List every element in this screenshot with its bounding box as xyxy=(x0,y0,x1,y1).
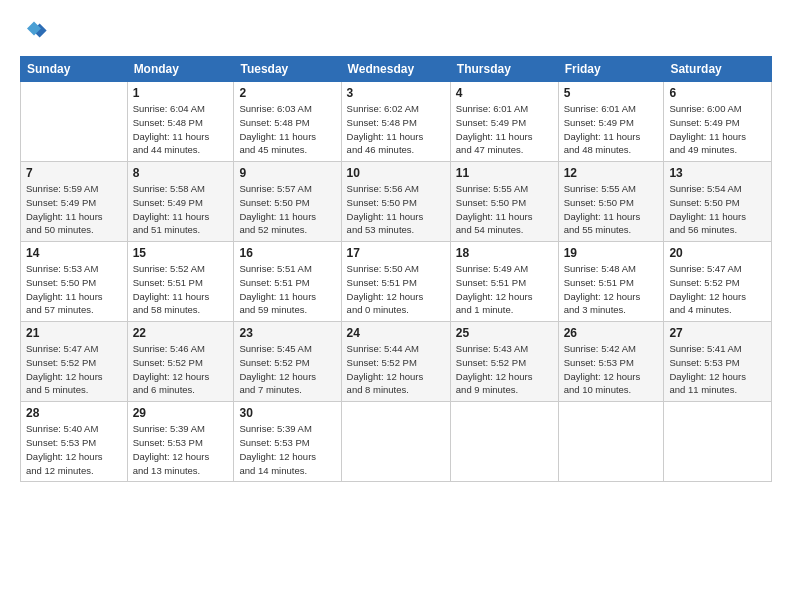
day-number: 4 xyxy=(456,86,553,100)
calendar-cell xyxy=(664,402,772,482)
calendar-week-5: 28Sunrise: 5:40 AMSunset: 5:53 PMDayligh… xyxy=(21,402,772,482)
day-number: 16 xyxy=(239,246,335,260)
day-number: 25 xyxy=(456,326,553,340)
day-info: Sunrise: 5:50 AMSunset: 5:51 PMDaylight:… xyxy=(347,262,445,317)
calendar-cell: 1Sunrise: 6:04 AMSunset: 5:48 PMDaylight… xyxy=(127,82,234,162)
calendar-cell xyxy=(450,402,558,482)
day-info: Sunrise: 5:53 AMSunset: 5:50 PMDaylight:… xyxy=(26,262,122,317)
day-number: 18 xyxy=(456,246,553,260)
calendar-cell: 10Sunrise: 5:56 AMSunset: 5:50 PMDayligh… xyxy=(341,162,450,242)
day-number: 22 xyxy=(133,326,229,340)
day-info: Sunrise: 5:39 AMSunset: 5:53 PMDaylight:… xyxy=(239,422,335,477)
day-info: Sunrise: 5:55 AMSunset: 5:50 PMDaylight:… xyxy=(564,182,659,237)
calendar-cell: 8Sunrise: 5:58 AMSunset: 5:49 PMDaylight… xyxy=(127,162,234,242)
day-info: Sunrise: 5:43 AMSunset: 5:52 PMDaylight:… xyxy=(456,342,553,397)
calendar-cell: 20Sunrise: 5:47 AMSunset: 5:52 PMDayligh… xyxy=(664,242,772,322)
calendar-cell: 13Sunrise: 5:54 AMSunset: 5:50 PMDayligh… xyxy=(664,162,772,242)
day-info: Sunrise: 5:48 AMSunset: 5:51 PMDaylight:… xyxy=(564,262,659,317)
calendar-cell: 23Sunrise: 5:45 AMSunset: 5:52 PMDayligh… xyxy=(234,322,341,402)
day-number: 26 xyxy=(564,326,659,340)
calendar-week-1: 1Sunrise: 6:04 AMSunset: 5:48 PMDaylight… xyxy=(21,82,772,162)
day-number: 28 xyxy=(26,406,122,420)
calendar-cell: 24Sunrise: 5:44 AMSunset: 5:52 PMDayligh… xyxy=(341,322,450,402)
day-info: Sunrise: 5:47 AMSunset: 5:52 PMDaylight:… xyxy=(26,342,122,397)
header xyxy=(20,18,772,46)
calendar-cell: 4Sunrise: 6:01 AMSunset: 5:49 PMDaylight… xyxy=(450,82,558,162)
day-info: Sunrise: 6:04 AMSunset: 5:48 PMDaylight:… xyxy=(133,102,229,157)
logo-icon xyxy=(20,18,48,46)
calendar-cell: 14Sunrise: 5:53 AMSunset: 5:50 PMDayligh… xyxy=(21,242,128,322)
day-number: 24 xyxy=(347,326,445,340)
day-info: Sunrise: 5:40 AMSunset: 5:53 PMDaylight:… xyxy=(26,422,122,477)
calendar-cell: 12Sunrise: 5:55 AMSunset: 5:50 PMDayligh… xyxy=(558,162,664,242)
calendar-cell: 25Sunrise: 5:43 AMSunset: 5:52 PMDayligh… xyxy=(450,322,558,402)
column-header-tuesday: Tuesday xyxy=(234,57,341,82)
day-info: Sunrise: 5:58 AMSunset: 5:49 PMDaylight:… xyxy=(133,182,229,237)
calendar-week-3: 14Sunrise: 5:53 AMSunset: 5:50 PMDayligh… xyxy=(21,242,772,322)
calendar-cell: 9Sunrise: 5:57 AMSunset: 5:50 PMDaylight… xyxy=(234,162,341,242)
day-info: Sunrise: 6:03 AMSunset: 5:48 PMDaylight:… xyxy=(239,102,335,157)
day-number: 20 xyxy=(669,246,766,260)
day-number: 30 xyxy=(239,406,335,420)
calendar-cell: 5Sunrise: 6:01 AMSunset: 5:49 PMDaylight… xyxy=(558,82,664,162)
day-number: 23 xyxy=(239,326,335,340)
day-info: Sunrise: 5:47 AMSunset: 5:52 PMDaylight:… xyxy=(669,262,766,317)
day-number: 12 xyxy=(564,166,659,180)
day-info: Sunrise: 6:01 AMSunset: 5:49 PMDaylight:… xyxy=(456,102,553,157)
column-header-friday: Friday xyxy=(558,57,664,82)
calendar-cell: 6Sunrise: 6:00 AMSunset: 5:49 PMDaylight… xyxy=(664,82,772,162)
day-number: 13 xyxy=(669,166,766,180)
day-number: 10 xyxy=(347,166,445,180)
calendar-cell: 30Sunrise: 5:39 AMSunset: 5:53 PMDayligh… xyxy=(234,402,341,482)
day-info: Sunrise: 5:59 AMSunset: 5:49 PMDaylight:… xyxy=(26,182,122,237)
calendar-cell: 26Sunrise: 5:42 AMSunset: 5:53 PMDayligh… xyxy=(558,322,664,402)
day-info: Sunrise: 6:02 AMSunset: 5:48 PMDaylight:… xyxy=(347,102,445,157)
day-number: 27 xyxy=(669,326,766,340)
calendar-cell xyxy=(341,402,450,482)
calendar-cell: 29Sunrise: 5:39 AMSunset: 5:53 PMDayligh… xyxy=(127,402,234,482)
day-info: Sunrise: 6:00 AMSunset: 5:49 PMDaylight:… xyxy=(669,102,766,157)
column-header-thursday: Thursday xyxy=(450,57,558,82)
day-number: 15 xyxy=(133,246,229,260)
calendar-cell: 21Sunrise: 5:47 AMSunset: 5:52 PMDayligh… xyxy=(21,322,128,402)
calendar-cell: 11Sunrise: 5:55 AMSunset: 5:50 PMDayligh… xyxy=(450,162,558,242)
calendar-week-2: 7Sunrise: 5:59 AMSunset: 5:49 PMDaylight… xyxy=(21,162,772,242)
day-number: 3 xyxy=(347,86,445,100)
calendar-cell xyxy=(21,82,128,162)
calendar-cell: 17Sunrise: 5:50 AMSunset: 5:51 PMDayligh… xyxy=(341,242,450,322)
day-number: 2 xyxy=(239,86,335,100)
day-number: 7 xyxy=(26,166,122,180)
day-number: 5 xyxy=(564,86,659,100)
calendar-cell: 18Sunrise: 5:49 AMSunset: 5:51 PMDayligh… xyxy=(450,242,558,322)
day-number: 11 xyxy=(456,166,553,180)
calendar-week-4: 21Sunrise: 5:47 AMSunset: 5:52 PMDayligh… xyxy=(21,322,772,402)
day-info: Sunrise: 5:57 AMSunset: 5:50 PMDaylight:… xyxy=(239,182,335,237)
calendar-cell: 7Sunrise: 5:59 AMSunset: 5:49 PMDaylight… xyxy=(21,162,128,242)
calendar-cell: 27Sunrise: 5:41 AMSunset: 5:53 PMDayligh… xyxy=(664,322,772,402)
day-info: Sunrise: 5:39 AMSunset: 5:53 PMDaylight:… xyxy=(133,422,229,477)
day-number: 9 xyxy=(239,166,335,180)
day-info: Sunrise: 5:42 AMSunset: 5:53 PMDaylight:… xyxy=(564,342,659,397)
calendar-table: SundayMondayTuesdayWednesdayThursdayFrid… xyxy=(20,56,772,482)
calendar-cell: 2Sunrise: 6:03 AMSunset: 5:48 PMDaylight… xyxy=(234,82,341,162)
calendar-cell xyxy=(558,402,664,482)
calendar-cell: 22Sunrise: 5:46 AMSunset: 5:52 PMDayligh… xyxy=(127,322,234,402)
day-number: 17 xyxy=(347,246,445,260)
calendar-header-row: SundayMondayTuesdayWednesdayThursdayFrid… xyxy=(21,57,772,82)
day-info: Sunrise: 5:54 AMSunset: 5:50 PMDaylight:… xyxy=(669,182,766,237)
calendar-cell: 28Sunrise: 5:40 AMSunset: 5:53 PMDayligh… xyxy=(21,402,128,482)
day-info: Sunrise: 5:44 AMSunset: 5:52 PMDaylight:… xyxy=(347,342,445,397)
calendar-cell: 16Sunrise: 5:51 AMSunset: 5:51 PMDayligh… xyxy=(234,242,341,322)
column-header-monday: Monday xyxy=(127,57,234,82)
day-info: Sunrise: 5:41 AMSunset: 5:53 PMDaylight:… xyxy=(669,342,766,397)
column-header-saturday: Saturday xyxy=(664,57,772,82)
calendar-cell: 3Sunrise: 6:02 AMSunset: 5:48 PMDaylight… xyxy=(341,82,450,162)
day-info: Sunrise: 5:56 AMSunset: 5:50 PMDaylight:… xyxy=(347,182,445,237)
calendar-cell: 15Sunrise: 5:52 AMSunset: 5:51 PMDayligh… xyxy=(127,242,234,322)
day-number: 1 xyxy=(133,86,229,100)
page: SundayMondayTuesdayWednesdayThursdayFrid… xyxy=(0,0,792,612)
day-info: Sunrise: 6:01 AMSunset: 5:49 PMDaylight:… xyxy=(564,102,659,157)
day-info: Sunrise: 5:52 AMSunset: 5:51 PMDaylight:… xyxy=(133,262,229,317)
logo xyxy=(20,18,52,46)
day-number: 19 xyxy=(564,246,659,260)
